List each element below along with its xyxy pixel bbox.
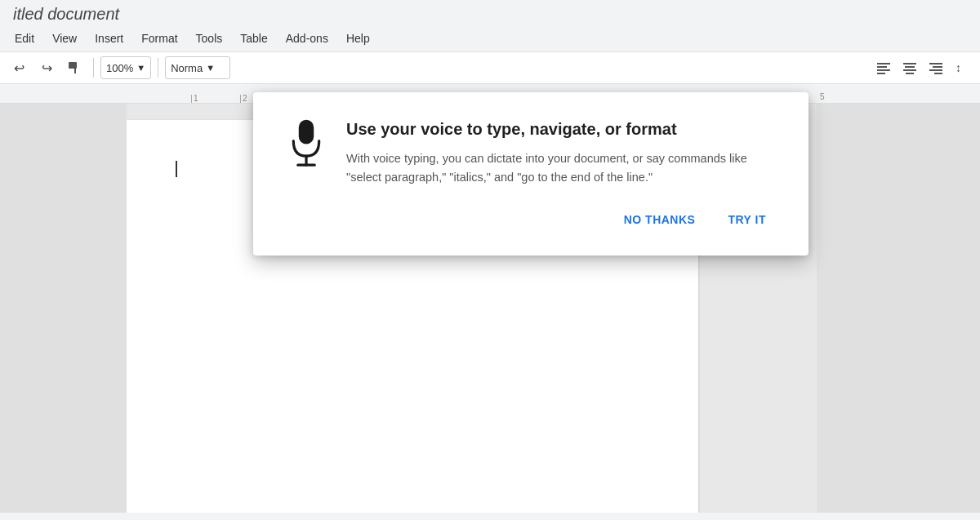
menu-help[interactable]: Help: [338, 29, 378, 48]
menu-view[interactable]: View: [44, 29, 85, 48]
svg-rect-10: [929, 63, 942, 64]
try-it-button[interactable]: TRY IT: [718, 207, 776, 233]
voice-dialog: Use your voice to type, navigate, or for…: [253, 92, 808, 256]
svg-rect-6: [903, 63, 916, 64]
menu-tools[interactable]: Tools: [188, 29, 231, 48]
separator: [93, 58, 94, 78]
svg-rect-12: [929, 69, 942, 71]
style-dropdown-icon: ▼: [206, 63, 215, 73]
svg-rect-1: [74, 67, 76, 73]
svg-rect-15: [299, 120, 314, 144]
dialog-content: Use your voice to type, navigate, or for…: [346, 118, 776, 187]
ruler-mark-5: 5: [820, 92, 825, 101]
undo-button[interactable]: ↩: [7, 56, 31, 80]
dialog-top: Use your voice to type, navigate, or for…: [286, 118, 776, 187]
toolbar: ↩ ↪ 100% ▼ Norma ▼: [0, 51, 980, 84]
no-thanks-button[interactable]: NO THANKS: [614, 207, 706, 233]
svg-rect-5: [877, 73, 885, 74]
cursor: [176, 161, 177, 177]
dialog-actions: NO THANKS TRY IT: [286, 207, 776, 233]
paint-format-button[interactable]: [62, 56, 87, 80]
dialog-title: Use your voice to type, navigate, or for…: [346, 118, 776, 140]
title-bar: itled document: [0, 0, 980, 25]
menu-insert[interactable]: Insert: [87, 29, 131, 48]
mic-icon: [286, 118, 327, 171]
menu-edit[interactable]: Edit: [7, 29, 42, 48]
zoom-dropdown-icon: ▼: [136, 63, 145, 73]
align-center-button[interactable]: [898, 56, 921, 79]
line-spacing-button[interactable]: ↕: [951, 56, 973, 79]
redo-button[interactable]: ↪: [34, 56, 59, 80]
svg-rect-7: [905, 66, 915, 68]
align-right-button[interactable]: [924, 56, 947, 79]
svg-rect-9: [906, 73, 914, 74]
style-selector[interactable]: Norma ▼: [165, 56, 230, 79]
dialog-body: With voice typing, you can dictate into …: [346, 149, 776, 187]
svg-rect-2: [877, 63, 890, 64]
doc-title[interactable]: itled document: [13, 5, 119, 23]
menu-format[interactable]: Format: [133, 29, 185, 48]
zoom-value: 100%: [106, 62, 133, 74]
svg-rect-3: [877, 66, 887, 68]
svg-rect-8: [903, 69, 916, 71]
svg-rect-11: [933, 66, 942, 68]
svg-text:↕: ↕: [956, 61, 961, 74]
align-left-button[interactable]: [872, 56, 895, 79]
style-value: Norma: [171, 62, 203, 74]
toolbar-right: ↕: [872, 56, 973, 79]
menu-bar: Edit View Insert Format Tools Table Add-…: [0, 25, 980, 51]
svg-rect-4: [877, 69, 890, 71]
zoom-selector[interactable]: 100% ▼: [100, 56, 151, 79]
separator2: [158, 58, 158, 78]
menu-addons[interactable]: Add-ons: [278, 29, 336, 48]
menu-table[interactable]: Table: [232, 29, 275, 48]
svg-rect-13: [934, 73, 942, 74]
